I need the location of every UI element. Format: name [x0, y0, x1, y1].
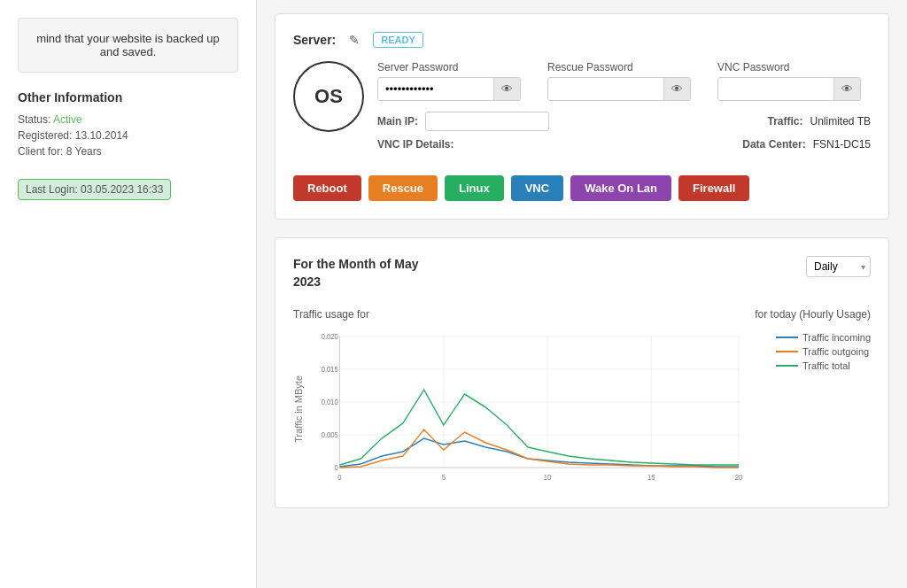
password-row: Server Password 👁 Rescue Password 👁 [377, 61, 871, 101]
last-login-badge: Last Login: 03.05.2023 16:33 [18, 179, 171, 200]
firewall-button[interactable]: Firewall [678, 175, 749, 201]
reboot-button[interactable]: Reboot [293, 175, 361, 201]
status-line: Status: Active [18, 113, 238, 126]
svg-text:0: 0 [335, 463, 339, 473]
server-password-input[interactable] [378, 78, 493, 100]
chart-svg: 0.020 0.015 0.010 0.005 0 0 5 10 15 20 [317, 328, 754, 487]
sidebar: mind that your website is backed up and … [0, 0, 257, 588]
datacenter-label: Data Center: [742, 138, 805, 151]
svg-text:0.010: 0.010 [322, 398, 338, 407]
vnc-password-wrap: 👁 [717, 77, 861, 101]
svg-text:10: 10 [544, 473, 552, 483]
server-label: Server: [293, 33, 336, 47]
client-value: 8 Years [66, 145, 102, 158]
svg-text:0: 0 [337, 473, 342, 483]
linux-button[interactable]: Linux [445, 175, 504, 201]
legend-total-color [776, 365, 798, 367]
last-login-text: Last Login: 03.05.2023 16:33 [26, 183, 163, 196]
server-password-label: Server Password [377, 61, 521, 74]
client-line: Client for: 8 Years [18, 145, 238, 158]
server-password-toggle[interactable]: 👁 [493, 78, 520, 100]
period-select-wrap: Daily Weekly Monthly [806, 256, 871, 277]
legend-incoming-label: Traffic incoming [802, 332, 871, 343]
svg-text:20: 20 [735, 473, 743, 483]
legend-total-label: Traffic total [802, 360, 850, 371]
datacenter-value: FSN1-DC15 [813, 138, 871, 151]
chart-area: Traffic in MByte 0.020 [293, 328, 871, 490]
legend-incoming: Traffic incoming [776, 332, 871, 343]
server-panel: Server: ✎ READY OS Server Password 👁 [275, 13, 889, 220]
chart-container: 0.020 0.015 0.010 0.005 0 0 5 10 15 20 [317, 328, 754, 490]
svg-text:0.015: 0.015 [322, 365, 338, 375]
vnc-button[interactable]: VNC [511, 175, 563, 201]
ready-badge: READY [373, 32, 423, 48]
rescue-password-toggle[interactable]: 👁 [663, 78, 690, 100]
server-details: OS Server Password 👁 Rescue Pass [293, 61, 871, 158]
legend-outgoing: Traffic outgoing [776, 346, 871, 357]
os-label: OS [314, 85, 343, 108]
traffic-label: Traffic: [768, 115, 803, 128]
vnc-datacenter-row: VNC IP Details: Data Center: FSN1-DC15 [377, 138, 871, 151]
vnc-password-label: VNC Password [717, 61, 861, 74]
rescue-button[interactable]: Rescue [368, 175, 438, 201]
registered-line: Registered: 13.10.2014 [18, 129, 238, 142]
chart-header: For the Month of May 2023 Daily Weekly M… [293, 256, 871, 290]
client-label: Client for: [18, 145, 63, 158]
period-select[interactable]: Daily Weekly Monthly [806, 256, 871, 277]
legend-outgoing-color [776, 351, 798, 352]
main-ip-label: Main IP: [377, 115, 418, 128]
server-info: Server Password 👁 Rescue Password 👁 [377, 61, 871, 158]
chart-label-left: Traffic usage for [293, 308, 369, 321]
main-ip-input[interactable] [425, 112, 549, 131]
action-buttons: Reboot Rescue Linux VNC Wake On Lan Fire… [293, 175, 871, 201]
vnc-password-group: VNC Password 👁 [717, 61, 861, 101]
chart-labels: Traffic usage for for today (Hourly Usag… [293, 308, 871, 321]
legend-incoming-color [776, 337, 798, 338]
status-value: Active [53, 113, 82, 126]
notice-text: mind that your website is backed up and … [36, 32, 220, 58]
chart-title: For the Month of May 2023 [293, 256, 419, 290]
main-ip-item: Main IP: [377, 112, 549, 131]
main-ip-traffic-row: Main IP: Traffic: Unlimited TB [377, 112, 871, 131]
vnc-password-input[interactable] [718, 78, 833, 100]
svg-text:0.020: 0.020 [322, 332, 338, 342]
server-password-wrap: 👁 [377, 77, 521, 101]
server-password-group: Server Password 👁 [377, 61, 521, 101]
other-info-heading: Other Information [18, 90, 238, 104]
chart-title-line1: For the Month of May [293, 257, 419, 271]
rescue-password-label: Rescue Password [547, 61, 691, 74]
status-label: Status: [18, 113, 50, 126]
svg-text:0.005: 0.005 [322, 430, 338, 440]
y-axis-label: Traffic in MByte [293, 375, 304, 443]
vnc-password-toggle[interactable]: 👁 [833, 78, 860, 100]
vnc-ip-item: VNC IP Details: [377, 138, 454, 151]
main-content: Server: ✎ READY OS Server Password 👁 [257, 0, 907, 588]
registered-value: 13.10.2014 [75, 129, 128, 142]
sidebar-notice: mind that your website is backed up and … [18, 18, 238, 73]
legend-total: Traffic total [776, 360, 871, 371]
datacenter-item: Data Center: FSN1-DC15 [742, 138, 871, 151]
chart-panel: For the Month of May 2023 Daily Weekly M… [275, 237, 889, 508]
wake-on-lan-button[interactable]: Wake On Lan [570, 175, 671, 201]
os-icon: OS [293, 61, 364, 132]
vnc-ip-label: VNC IP Details: [377, 138, 454, 151]
chart-label-right: for today (Hourly Usage) [755, 308, 871, 321]
registered-label: Registered: [18, 129, 72, 142]
rescue-password-input[interactable] [548, 78, 663, 100]
svg-text:5: 5 [442, 473, 446, 483]
traffic-item: Traffic: Unlimited TB [768, 112, 871, 131]
traffic-value: Unlimited TB [810, 115, 871, 128]
legend-outgoing-label: Traffic outgoing [802, 346, 869, 357]
rescue-password-wrap: 👁 [547, 77, 691, 101]
edit-icon[interactable]: ✎ [349, 33, 360, 47]
chart-title-line2: 2023 [293, 275, 321, 289]
rescue-password-group: Rescue Password 👁 [547, 61, 691, 101]
server-header: Server: ✎ READY [293, 32, 871, 48]
other-info-section: Other Information Status: Active Registe… [18, 90, 238, 158]
chart-legend: Traffic incoming Traffic outgoing Traffi… [763, 328, 871, 371]
svg-text:15: 15 [647, 473, 655, 483]
